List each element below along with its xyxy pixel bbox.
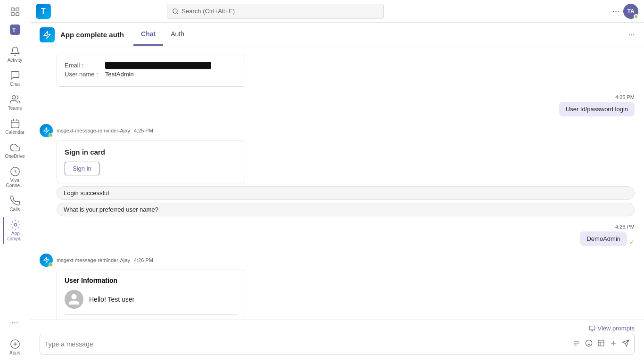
svg-point-24	[173, 8, 177, 13]
sticker-icon[interactable]	[597, 339, 605, 349]
main-area: T Search (Ctrl+Alt+E) ··· TA App complet…	[30, 0, 644, 362]
rail-item-activity[interactable]: Activity	[3, 43, 27, 66]
top-bar-more[interactable]: ···	[612, 6, 619, 16]
svg-text:T: T	[12, 27, 16, 33]
bot-header-2: msgext-message-reminder-Ajay 4:26 PM	[40, 254, 635, 267]
emoji-icon[interactable]	[585, 339, 593, 349]
attach-icon[interactable]	[610, 339, 617, 349]
svg-rect-29	[590, 326, 595, 329]
svg-rect-2	[11, 13, 14, 16]
svg-line-25	[177, 12, 178, 14]
svg-marker-28	[44, 257, 49, 263]
user-greeting-text: Hello! Test user	[89, 296, 134, 303]
search-icon	[172, 8, 179, 15]
rail-item-calls[interactable]: Calls	[3, 193, 27, 215]
login-chip: Login successful	[57, 186, 635, 200]
email-label: Email :	[65, 62, 102, 69]
card-username-row: User name : TestAdmin	[65, 71, 237, 78]
sent-message-1: 4:25 PM User Id/password login	[40, 94, 635, 116]
svg-line-19	[12, 228, 13, 228]
search-box[interactable]: Search (Ctrl+Alt+E)	[167, 4, 384, 19]
rail-item-appcompl-label: App compl...	[6, 231, 25, 241]
rail-item-teams-label: Teams	[8, 106, 22, 111]
bot-message-3: msgext-message-reminder-Ajay 4:26 PM Use…	[40, 254, 635, 320]
check-icon: ✓	[629, 239, 635, 246]
bot-message-1: Email : ████████████████████████ User na…	[40, 55, 635, 87]
rail-item-onedrive-label: OneDrive	[5, 154, 25, 159]
input-area: View prompts	[30, 320, 644, 362]
rail-item-onedrive[interactable]: OneDrive	[3, 140, 27, 162]
chat-header-more[interactable]: ···	[628, 31, 635, 39]
username-label: User name :	[65, 71, 102, 78]
svg-point-32	[586, 340, 592, 346]
rail-item-teams[interactable]: Teams	[3, 91, 27, 114]
sent-message-2: 4:26 PM DemoAdmin ✓	[40, 224, 635, 246]
user-avatar[interactable]: TA	[623, 4, 638, 19]
sent-bubble-2: DemoAdmin	[580, 231, 627, 246]
app-title: App complete auth	[60, 31, 124, 39]
svg-point-6	[12, 96, 15, 99]
bot-avatar-2	[40, 254, 53, 267]
svg-line-20	[18, 222, 19, 222]
prompts-icon	[589, 325, 595, 332]
bot-sender-1: msgext-message-reminder-Ajay	[57, 128, 130, 133]
message-input[interactable]	[45, 340, 569, 348]
rail-item-chat[interactable]: Chat	[3, 67, 27, 90]
signin-button[interactable]: Sign in	[65, 162, 99, 175]
rail-item-calls-label: Calls	[9, 207, 20, 212]
tab-auth[interactable]: Auth	[163, 24, 192, 46]
bot-sender-2: msgext-message-reminder-Ajay	[57, 257, 130, 263]
chat-area: App complete auth Chat Auth ··· Email : …	[30, 23, 644, 362]
sent-row-2: DemoAdmin ✓	[580, 231, 635, 246]
bot-header-1: msgext-message-reminder-Ajay 4:25 PM	[40, 124, 635, 137]
card-email-row: Email : ████████████████████████	[65, 62, 237, 69]
rail-item-apps-label: Apps	[9, 350, 20, 355]
svg-marker-27	[44, 128, 49, 133]
rail-item-viva-label: Viva Conne...	[5, 178, 25, 188]
sent-bubble-1: User Id/password login	[559, 102, 635, 116]
send-icon[interactable]	[622, 339, 629, 349]
bot-time-1: 4:25 PM	[134, 128, 153, 133]
message-input-box	[40, 334, 635, 354]
signin-card: Sign in card Sign in	[57, 140, 245, 183]
svg-point-12	[14, 223, 17, 226]
sent-time-2: 4:26 PM	[615, 224, 635, 230]
username-value: TestAdmin	[105, 71, 134, 78]
user-info-greeting: Hello! Test user	[65, 290, 237, 315]
teams-logo-topbar: T	[36, 4, 51, 19]
svg-rect-35	[598, 340, 604, 346]
format-icon[interactable]	[573, 339, 580, 349]
user-info-card: User Information Hello! Test user Job ti…	[57, 270, 245, 320]
view-prompts-label: View prompts	[597, 325, 635, 332]
rail-item-more[interactable]: ···	[3, 315, 27, 330]
more-dots-icon: ···	[11, 318, 18, 328]
signin-card-title: Sign in card	[65, 148, 237, 156]
bot-online-dot-2	[49, 263, 53, 267]
svg-marker-26	[44, 31, 50, 38]
chat-tabs: Chat Auth	[133, 24, 192, 46]
svg-rect-3	[16, 13, 18, 16]
tab-chat[interactable]: Chat	[133, 24, 163, 46]
rail-item-apps[interactable]: Apps	[3, 336, 27, 358]
input-icons	[573, 339, 629, 349]
question-chip: What is your preferred user name?	[57, 203, 635, 216]
user-card-1: Email : ████████████████████████ User na…	[57, 55, 245, 87]
view-prompts[interactable]: View prompts	[40, 325, 635, 332]
svg-rect-7	[11, 120, 19, 128]
svg-rect-1	[16, 8, 18, 11]
top-bar: T Search (Ctrl+Alt+E) ··· TA	[30, 0, 644, 23]
svg-line-16	[18, 228, 19, 228]
messages-area[interactable]: Email : ████████████████████████ User na…	[30, 47, 644, 320]
rail-item-appcompl[interactable]: App compl...	[3, 217, 27, 244]
bot-avatar-1	[40, 124, 53, 137]
bot-time-2: 4:26 PM	[134, 257, 153, 263]
rail-item-teams-logo[interactable]: T	[3, 22, 27, 38]
rail-item-grid[interactable]	[3, 4, 27, 20]
user-grey-avatar	[65, 290, 83, 309]
rail-item-calendar-label: Calendar	[5, 130, 25, 135]
rail-item-viva[interactable]: Viva Conne...	[3, 164, 27, 191]
svg-line-15	[12, 222, 13, 222]
search-placeholder: Search (Ctrl+Alt+E)	[182, 8, 235, 15]
rail-item-calendar[interactable]: Calendar	[3, 115, 27, 138]
chat-header: App complete auth Chat Auth ···	[30, 23, 644, 47]
